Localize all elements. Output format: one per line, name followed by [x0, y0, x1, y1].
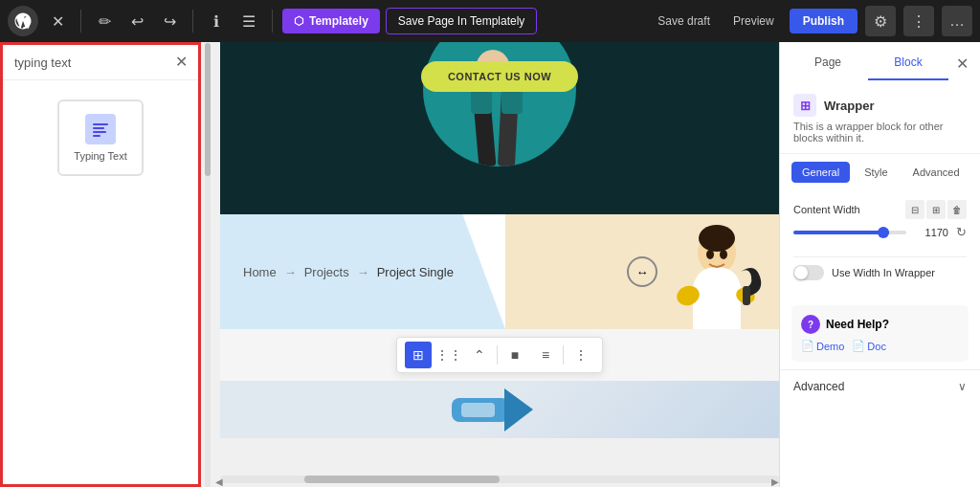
right-panel-header: Page Block ✕ — [780, 42, 980, 84]
advanced-section[interactable]: Advanced ∨ — [780, 369, 980, 403]
main-area: ✕ Typing Text — [0, 42, 980, 487]
breadcrumb-section: Home → Projects → Project Single ↔ — [220, 214, 779, 329]
width-slider-row: 1170 ↻ — [793, 225, 967, 239]
templately-icon: ⬡ — [294, 14, 303, 28]
canvas-wrapper: CONTACT US NOW Home → Projects → Project… — [201, 42, 779, 487]
preview-button[interactable]: Preview — [725, 11, 782, 32]
use-width-toggle[interactable] — [793, 265, 824, 280]
breadcrumb-right: ↔ — [505, 214, 779, 329]
search-input[interactable] — [14, 55, 175, 70]
help-icon: ? — [801, 315, 820, 334]
block-title: Wrapper — [824, 99, 875, 113]
doc-link[interactable]: 📄 Doc — [852, 340, 886, 352]
breadcrumb-current: Project Single — [377, 265, 454, 279]
advanced-label: Advanced — [793, 380, 844, 393]
breadcrumb-arrow1: → — [284, 265, 297, 279]
close-panel-button[interactable]: ✕ — [175, 55, 188, 70]
templately-label: Templately — [309, 14, 368, 28]
slider-fill — [793, 231, 889, 234]
options-button[interactable]: ⋮ — [903, 6, 934, 36]
content-width-row: Content Width ⊟ ⊞ 🗑 — [793, 200, 967, 219]
templately-button[interactable]: ⬡ Templately — [282, 9, 380, 33]
scroll-left-indicator[interactable]: ◀ — [215, 476, 223, 487]
block-item-label: Typing Text — [74, 150, 126, 162]
left-panel: ✕ Typing Text — [0, 42, 201, 487]
canvas-content: CONTACT US NOW Home → Projects → Project… — [220, 42, 779, 438]
separator2 — [563, 345, 564, 365]
toggle-dot — [794, 266, 808, 279]
edit-icon-button[interactable]: ✏ — [91, 8, 118, 34]
width-icon-2[interactable]: ⊞ — [926, 200, 946, 219]
block-color-button[interactable]: ■ — [501, 342, 528, 368]
vertical-scrollbar-left[interactable] — [205, 42, 211, 487]
save-templately-button[interactable]: Save Page In Templately — [386, 8, 538, 34]
contact-button[interactable]: CONTACT US NOW — [421, 61, 578, 92]
breadcrumb-left: Home → Projects → Project Single — [220, 214, 505, 329]
bottom-section — [220, 381, 779, 438]
separator3 — [272, 10, 273, 33]
breadcrumb-projects[interactable]: Projects — [304, 265, 349, 279]
right-panel-close-button[interactable]: ✕ — [948, 47, 976, 80]
breadcrumb-arrow2: → — [357, 265, 369, 279]
breadcrumb-home[interactable]: Home — [243, 265, 277, 279]
advanced-tab-button[interactable]: Advanced — [902, 162, 970, 183]
toolbar-right: Save draft Preview Publish ⚙ ⋮ … — [650, 6, 972, 36]
redo-button[interactable]: ↪ — [156, 8, 183, 34]
svg-point-10 — [699, 225, 735, 252]
info-button[interactable]: ℹ — [203, 8, 230, 34]
settings-button[interactable]: ⚙ — [865, 6, 896, 36]
use-width-label: Use Width In Wrapper — [832, 267, 935, 278]
typing-text-block-item[interactable]: Typing Text — [57, 100, 144, 176]
svg-rect-13 — [743, 286, 750, 305]
wrapper-block-icon: ⊞ — [793, 94, 816, 117]
block-align-button[interactable]: ≡ — [532, 342, 559, 368]
block-more-button[interactable]: ⋮ — [568, 342, 594, 368]
right-panel-tabs: Page Block — [788, 46, 948, 80]
content-width-section: Content Width ⊟ ⊞ 🗑 1170 ↻ — [780, 190, 980, 256]
demo-label: Demo — [816, 341, 844, 352]
typing-text-icon — [85, 114, 116, 144]
separator2 — [192, 10, 193, 33]
slider-thumb[interactable] — [878, 227, 889, 238]
content-width-label: Content Width — [793, 204, 860, 215]
demo-icon: 📄 — [801, 340, 814, 352]
svg-point-15 — [720, 250, 727, 259]
undo-button[interactable]: ↩ — [123, 8, 150, 34]
svg-rect-2 — [93, 131, 106, 133]
width-icon-buttons: ⊟ ⊞ 🗑 — [905, 200, 967, 219]
hero-section: CONTACT US NOW — [220, 42, 779, 214]
chevron-down-icon: ∨ — [958, 380, 967, 393]
help-section: ? Need Help? 📄 Demo 📄 Doc — [791, 305, 969, 362]
wp-logo-icon[interactable] — [8, 6, 38, 36]
save-draft-button[interactable]: Save draft — [650, 11, 718, 32]
block-settings-button[interactable]: ⊞ — [405, 342, 432, 368]
close-button[interactable]: ✕ — [44, 8, 71, 34]
help-title: ? Need Help? — [801, 315, 959, 334]
svg-rect-0 — [93, 123, 108, 125]
width-icon-3[interactable]: 🗑 — [947, 200, 967, 219]
svg-point-14 — [706, 250, 714, 259]
floating-toolbar-container: ⊞ ⋮⋮ ⌃ ■ ≡ ⋮ — [220, 329, 779, 381]
horizontal-scrollbar[interactable] — [220, 476, 779, 483]
width-icon-1[interactable]: ⊟ — [905, 200, 924, 219]
bottom-visual — [220, 381, 779, 438]
block-grid-button[interactable]: ⋮⋮ — [435, 342, 462, 368]
block-move-button[interactable]: ⌃ — [466, 342, 493, 368]
block-items-area: Typing Text — [3, 80, 198, 195]
width-slider[interactable] — [793, 231, 906, 234]
panel-tabs-row: General Style Advanced — [780, 154, 980, 190]
doc-label: Doc — [867, 341, 886, 352]
page-tab[interactable]: Page — [788, 46, 868, 80]
more-button[interactable]: … — [942, 6, 972, 36]
block-tab[interactable]: Block — [868, 46, 948, 80]
style-tab-button[interactable]: Style — [854, 162, 898, 183]
general-tab-button[interactable]: General — [791, 162, 850, 183]
refresh-button[interactable]: ↻ — [956, 225, 967, 239]
scroll-right-indicator[interactable]: ▶ — [771, 476, 779, 487]
menu-button[interactable]: ☰ — [235, 8, 262, 34]
demo-link[interactable]: 📄 Demo — [801, 340, 844, 352]
publish-button[interactable]: Publish — [790, 9, 858, 33]
breadcrumb-arrow-button[interactable]: ↔ — [627, 256, 657, 287]
right-panel: Page Block ✕ ⊞ Wrapper This is a wrapper… — [779, 42, 980, 487]
help-links: 📄 Demo 📄 Doc — [801, 340, 959, 352]
